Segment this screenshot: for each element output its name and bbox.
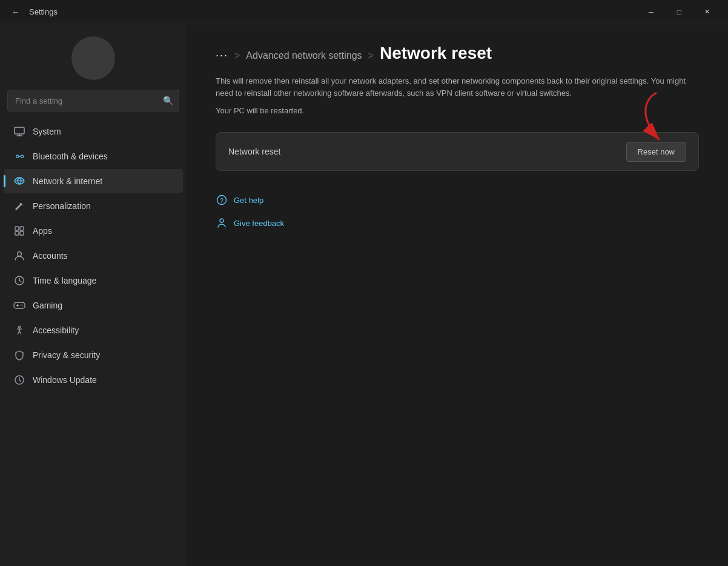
svg-rect-8 <box>20 231 24 235</box>
svg-line-21 <box>18 331 20 334</box>
network-icon <box>13 175 25 187</box>
svg-point-27 <box>220 219 223 222</box>
get-help-link[interactable]: ? Get help <box>216 190 699 210</box>
avatar <box>71 36 115 80</box>
description-text: This will remove then reinstall all your… <box>216 75 699 99</box>
sidebar-item-label: Privacy & security <box>33 350 100 360</box>
minimize-button[interactable]: ─ <box>637 2 665 22</box>
sidebar-item-label: Time & language <box>33 276 96 285</box>
page-title: Network reset <box>380 44 492 63</box>
window-title: Settings <box>29 7 58 16</box>
search-container: 🔍 <box>7 90 179 112</box>
sidebar-item-label: Network & internet <box>33 176 102 186</box>
svg-rect-7 <box>15 231 19 235</box>
titlebar-left: ← Settings <box>7 4 58 21</box>
restart-note: Your PC will be restarted. <box>216 106 699 115</box>
give-feedback-label: Give feedback <box>234 219 284 228</box>
sidebar-item-network[interactable]: Network & internet <box>4 169 183 193</box>
sidebar-item-apps[interactable]: Apps <box>4 219 183 243</box>
network-reset-card: Network reset Reset now <box>216 132 699 171</box>
sidebar-item-personalization[interactable]: Personalization <box>4 194 183 218</box>
accounts-icon <box>13 250 25 262</box>
sidebar-item-label: Gaming <box>33 301 62 310</box>
help-links: ? Get help Give feedback <box>216 190 699 233</box>
sidebar-item-label: Bluetooth & devices <box>33 151 108 161</box>
sidebar-item-label: Apps <box>33 226 52 236</box>
svg-rect-13 <box>14 302 25 308</box>
sidebar-item-accessibility[interactable]: Accessibility <box>4 318 183 342</box>
reset-section: Network reset Reset now <box>216 132 699 171</box>
svg-text:?: ? <box>220 198 223 204</box>
apps-icon <box>13 225 25 237</box>
titlebar: ← Settings ─ □ ✕ <box>0 0 728 24</box>
accessibility-icon <box>13 324 25 336</box>
sidebar-item-gaming[interactable]: Gaming <box>4 293 183 318</box>
app-container: 🔍 System ⚯ Bluetooth & devices <box>0 24 728 566</box>
get-help-label: Get help <box>234 196 263 205</box>
system-icon <box>13 125 25 138</box>
svg-rect-6 <box>20 227 24 230</box>
sidebar-item-label: Personalization <box>33 201 91 211</box>
network-reset-label: Network reset <box>228 147 280 156</box>
search-icon: 🔍 <box>163 96 173 105</box>
sidebar-item-label: Accessibility <box>33 325 79 335</box>
give-feedback-link[interactable]: Give feedback <box>216 213 699 233</box>
reset-now-button[interactable]: Reset now <box>626 142 686 162</box>
svg-point-16 <box>21 304 21 305</box>
sidebar-item-bluetooth[interactable]: ⚯ Bluetooth & devices <box>4 144 183 168</box>
search-input[interactable] <box>7 90 179 112</box>
get-help-icon: ? <box>216 194 228 206</box>
bluetooth-icon: ⚯ <box>13 150 25 162</box>
svg-rect-0 <box>15 127 24 134</box>
svg-line-12 <box>19 281 21 282</box>
sidebar-item-system[interactable]: System <box>4 119 183 144</box>
give-feedback-icon <box>216 217 228 229</box>
breadcrumb-link[interactable]: Advanced network settings <box>246 50 362 61</box>
maximize-button[interactable]: □ <box>665 2 693 22</box>
sidebar-item-label: Accounts <box>33 251 68 261</box>
breadcrumb-sep2: > <box>368 50 374 61</box>
windows-update-icon <box>13 374 25 386</box>
back-button[interactable]: ← <box>7 4 24 21</box>
close-button[interactable]: ✕ <box>693 2 721 22</box>
svg-line-22 <box>19 331 21 334</box>
personalization-icon <box>13 200 25 212</box>
main-content: ··· > Advanced network settings > Networ… <box>187 24 728 566</box>
privacy-icon <box>13 349 25 361</box>
breadcrumb-sep1: > <box>234 50 240 61</box>
sidebar-item-privacy[interactable]: Privacy & security <box>4 343 183 367</box>
svg-point-18 <box>19 326 21 328</box>
window-controls: ─ □ ✕ <box>637 2 721 22</box>
sidebar-nav: System ⚯ Bluetooth & devices Network & i… <box>0 119 187 566</box>
sidebar-item-label: System <box>33 127 61 136</box>
sidebar-item-accounts[interactable]: Accounts <box>4 244 183 268</box>
svg-point-17 <box>22 305 22 306</box>
breadcrumb: ··· > Advanced network settings > Networ… <box>216 44 699 63</box>
sidebar-item-label: Windows Update <box>33 375 97 385</box>
svg-point-9 <box>18 252 22 256</box>
sidebar-item-windows-update[interactable]: Windows Update <box>4 368 183 392</box>
sidebar-item-time[interactable]: Time & language <box>4 268 183 293</box>
time-icon <box>13 275 25 287</box>
breadcrumb-ellipsis: ··· <box>216 49 228 62</box>
svg-rect-5 <box>15 227 19 230</box>
sidebar: 🔍 System ⚯ Bluetooth & devices <box>0 24 187 566</box>
gaming-icon <box>13 299 25 311</box>
